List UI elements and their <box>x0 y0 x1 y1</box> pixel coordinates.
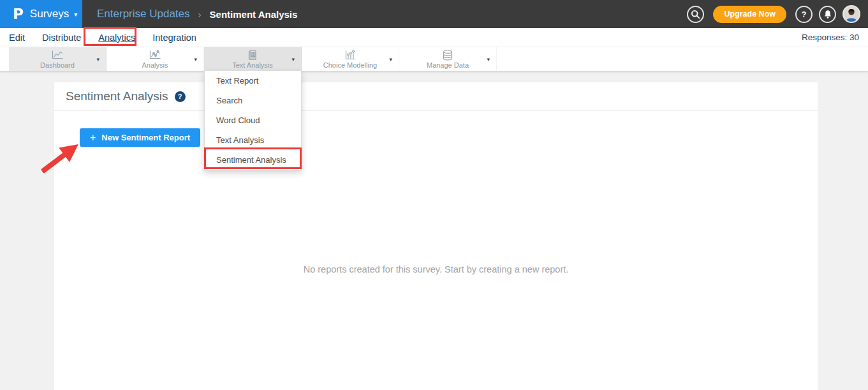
analytics-toolbar: Dashboard ▾ Analysis ▾ Text Analysis ▾ <box>0 47 868 71</box>
breadcrumb: Enterprise Updates › Sentiment Analysis <box>97 8 297 20</box>
questionpro-logo: P <box>13 6 24 22</box>
caret-down-icon[interactable]: ▾ <box>96 56 99 63</box>
help-button[interactable]: ? <box>795 6 813 23</box>
text-analysis-dropdown-menu: Text Report Search Word Cloud Text Analy… <box>204 71 302 170</box>
lollipop-chart-icon <box>343 50 357 61</box>
tab-text-analysis[interactable]: Text Analysis ▾ <box>204 47 302 71</box>
nav-item-distribute[interactable]: Distribute <box>42 33 81 43</box>
caret-down-icon[interactable]: ▾ <box>487 56 490 63</box>
empty-state-message: No reports created for this survey. Star… <box>54 264 818 274</box>
breadcrumb-page-name: Sentiment Analysis <box>210 9 298 20</box>
tab-label: Manage Data <box>427 61 469 69</box>
responses-count: Responses: 30 <box>802 33 868 42</box>
notifications-button[interactable] <box>819 6 836 23</box>
new-sentiment-report-button[interactable]: + New Sentiment Report <box>80 128 200 147</box>
page-title: Sentiment Analysis <box>66 89 168 103</box>
avatar-photo <box>844 6 859 22</box>
tab-choice-modelling[interactable]: Choice Modelling ▾ <box>302 47 399 71</box>
chevron-down-icon: ▾ <box>74 11 77 18</box>
nav-item-edit[interactable]: Edit <box>9 33 25 43</box>
tab-label: Dashboard <box>40 61 75 69</box>
tab-dashboard[interactable]: Dashboard ▾ <box>9 47 107 71</box>
breadcrumb-separator-icon: › <box>198 9 202 20</box>
tab-analysis[interactable]: Analysis ▾ <box>107 47 204 71</box>
top-bar: P Surveys ▾ Enterprise Updates › Sentime… <box>0 0 868 28</box>
survey-nav-bar: Edit Distribute Analytics Integration Re… <box>0 28 868 47</box>
plus-icon: + <box>90 132 96 144</box>
scatter-line-chart-icon <box>148 50 162 61</box>
user-avatar[interactable] <box>842 5 860 23</box>
menu-item-text-analysis[interactable]: Text Analysis <box>205 130 301 150</box>
caret-down-icon[interactable]: ▾ <box>291 56 295 63</box>
menu-item-word-cloud[interactable]: Word Cloud <box>205 110 301 130</box>
caret-down-icon[interactable]: ▾ <box>389 56 392 63</box>
sentiment-analysis-panel: Sentiment Analysis ? + New Sentiment Rep… <box>54 82 818 390</box>
tab-label: Analysis <box>142 61 168 69</box>
menu-item-search[interactable]: Search <box>205 91 301 110</box>
search-button[interactable] <box>687 6 704 23</box>
question-mark-icon: ? <box>802 10 807 19</box>
search-icon <box>691 10 700 19</box>
product-label: Surveys <box>30 8 69 20</box>
upgrade-now-button[interactable]: Upgrade Now <box>713 6 786 23</box>
new-report-label: New Sentiment Report <box>101 133 190 142</box>
surveys-product-menu[interactable]: P Surveys ▾ <box>0 0 82 28</box>
caret-down-icon[interactable]: ▾ <box>194 56 197 63</box>
line-chart-icon <box>50 50 64 61</box>
menu-item-text-report[interactable]: Text Report <box>205 71 301 91</box>
tab-manage-data[interactable]: Manage Data ▾ <box>399 47 497 71</box>
breadcrumb-survey-name[interactable]: Enterprise Updates <box>97 8 190 20</box>
database-icon <box>441 50 455 61</box>
nav-item-integration[interactable]: Integration <box>152 33 196 43</box>
page-help-button[interactable]: ? <box>175 91 186 102</box>
tab-label: Choice Modelling <box>323 61 377 69</box>
menu-item-sentiment-analysis[interactable]: Sentiment Analysis <box>205 150 301 170</box>
tab-label: Text Analysis <box>232 61 273 69</box>
bell-icon <box>823 10 832 19</box>
question-mark-icon: ? <box>178 93 182 100</box>
nav-item-analytics[interactable]: Analytics <box>98 33 135 43</box>
topbar-actions: Upgrade Now ? <box>687 5 868 23</box>
panel-header: Sentiment Analysis ? <box>54 82 818 111</box>
text-report-icon <box>246 50 260 61</box>
